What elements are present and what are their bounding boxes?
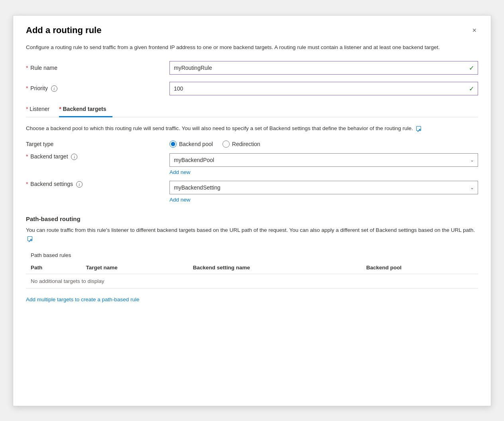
priority-input-wrap: ✓ — [169, 82, 478, 95]
priority-label: * Priority i — [26, 85, 169, 92]
backend-target-row: * Backend target i myBackendPool ⌄ Add n… — [26, 153, 478, 178]
target-type-label: Target type — [26, 141, 169, 147]
backend-target-label: * Backend target i — [26, 153, 169, 160]
priority-info-icon[interactable]: i — [51, 85, 57, 92]
radio-backend-pool-input[interactable] — [169, 140, 177, 148]
target-type-row: Target type Backend pool Redirection — [26, 140, 478, 148]
tab-backend-targets[interactable]: * Backend targets — [59, 103, 112, 117]
path-table-header-row: Path Target name Backend setting name Ba… — [26, 261, 478, 274]
add-new-backend-link[interactable]: Add new — [169, 169, 191, 175]
backend-settings-info-icon[interactable]: i — [76, 181, 83, 188]
add-routing-rule-dialog: Add a routing rule × Configure a routing… — [13, 15, 491, 406]
backend-targets-content: Choose a backend pool to which this rout… — [26, 125, 478, 302]
radio-backend-pool[interactable]: Backend pool — [169, 140, 213, 148]
priority-required-star: * — [26, 85, 28, 91]
dialog-title: Add a routing rule — [26, 25, 101, 36]
backend-target-select[interactable]: myBackendPool — [169, 153, 478, 167]
path-based-section: Path-based routing You can route traffic… — [26, 215, 478, 302]
target-type-radio-group: Backend pool Redirection — [169, 140, 260, 148]
col-backend-pool: Backend pool — [362, 261, 478, 274]
path-based-external-link-icon[interactable]: ➚ — [28, 236, 32, 241]
rule-name-row: * Rule name ✓ — [26, 61, 478, 75]
close-button[interactable]: × — [471, 25, 478, 36]
path-based-title: Path-based routing — [26, 215, 478, 222]
external-link-icon[interactable]: ➚ — [416, 126, 421, 131]
path-table-header: Path Target name Backend setting name Ba… — [26, 261, 478, 274]
table-empty-row: No additional targets to display — [26, 274, 478, 288]
backend-settings-control: myBackendSetting ⌄ Add new — [169, 181, 478, 206]
backend-target-info-icon[interactable]: i — [71, 154, 77, 160]
backend-target-dropdown-wrap: myBackendPool ⌄ — [169, 153, 478, 167]
tab-listener[interactable]: * Listener — [26, 103, 56, 117]
radio-redirection[interactable]: Redirection — [222, 140, 260, 148]
backend-settings-select[interactable]: myBackendSetting — [169, 181, 478, 194]
rule-name-label: * Rule name — [26, 65, 169, 71]
tabs-row: * Listener * Backend targets — [26, 103, 478, 117]
backend-settings-dropdown-wrap: myBackendSetting ⌄ — [169, 181, 478, 194]
radio-redirection-input[interactable] — [222, 140, 230, 148]
priority-row: * Priority i ✓ — [26, 82, 478, 95]
priority-check-icon: ✓ — [469, 85, 474, 92]
priority-input[interactable] — [169, 82, 478, 95]
backend-target-control: myBackendPool ⌄ Add new — [169, 153, 478, 178]
path-based-table: Path Target name Backend setting name Ba… — [26, 261, 478, 289]
rule-name-input-wrap: ✓ — [169, 61, 478, 75]
dialog-description: Configure a routing rule to send traffic… — [26, 43, 478, 51]
rule-name-check-icon: ✓ — [469, 64, 474, 71]
table-empty-message: No additional targets to display — [26, 274, 478, 288]
col-backend-setting-name: Backend setting name — [188, 261, 362, 274]
rule-name-input[interactable] — [169, 61, 478, 75]
backend-settings-row: * Backend settings i myBackendSetting ⌄ … — [26, 181, 478, 206]
add-new-settings-link[interactable]: Add new — [169, 197, 191, 203]
path-rules-label: Path based rules — [26, 252, 478, 258]
backend-settings-label: * Backend settings i — [26, 181, 169, 188]
col-target-name: Target name — [81, 261, 188, 274]
backend-settings-required-star: * — [26, 181, 30, 187]
backend-targets-description: Choose a backend pool to which this rout… — [26, 125, 478, 132]
dialog-header: Add a routing rule × — [26, 25, 478, 36]
add-multiple-link[interactable]: Add multiple targets to create a path-ba… — [26, 296, 139, 302]
path-based-description: You can route traffic from this rule's l… — [26, 226, 478, 243]
path-table-body: No additional targets to display — [26, 274, 478, 288]
rule-name-required-star: * — [26, 65, 28, 71]
col-path: Path — [26, 261, 81, 274]
backend-target-required-star: * — [26, 153, 30, 160]
